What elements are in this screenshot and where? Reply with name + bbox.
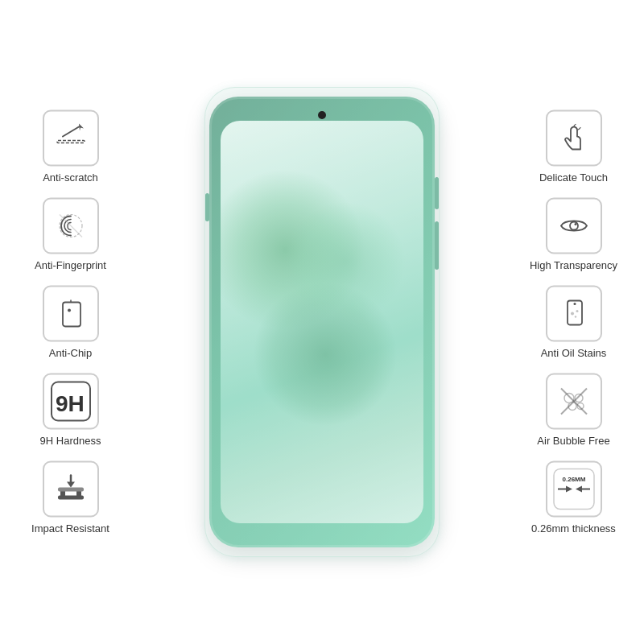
volume-button-left [205,193,209,221]
high-transparency-icon-box [546,198,602,254]
svg-line-1 [63,127,79,137]
svg-point-24 [575,394,583,402]
impact-resistant-label: Impact Resistant [31,522,109,535]
svg-rect-0 [57,141,85,143]
feature-thickness: 0.26MM 0.26mm thickness [511,461,636,535]
bubble-icon [556,384,592,419]
transparency-icon [556,208,592,244]
thickness-label: 0.26mm thickness [531,522,616,535]
anti-chip-icon-box [43,286,99,342]
chip-icon [53,296,89,332]
thickness-icon-box: 0.26MM [546,461,602,518]
svg-marker-2 [79,124,84,131]
delicate-touch-label: Delicate Touch [539,171,608,184]
9h-hardness-icon-box: 9H [43,374,99,430]
volume-button-right [435,221,439,270]
feature-anti-scratch: Anti-scratch [8,110,133,184]
impact-resistant-icon-box [43,461,99,518]
screen-art [221,121,423,523]
svg-marker-31 [566,486,572,493]
phone-screen [221,121,423,523]
anti-oil-icon-box [546,286,602,342]
left-features: Anti-scratch Anti-Fingerprint [8,110,133,535]
feature-anti-chip: Anti-Chip [8,286,133,359]
svg-marker-33 [576,486,582,493]
anti-oil-label: Anti Oil Stains [541,347,607,359]
power-button [435,177,439,209]
delicate-touch-icon-box [546,110,602,167]
svg-text:0.26MM: 0.26MM [562,476,585,483]
svg-point-22 [574,316,576,317]
anti-scratch-label: Anti-scratch [43,171,98,184]
feature-delicate-touch: Delicate Touch [511,110,636,184]
right-features: Delicate Touch High Transparency [511,110,636,535]
svg-point-19 [573,303,576,305]
oil-icon [556,296,592,332]
svg-rect-13 [58,488,84,492]
svg-text:9H: 9H [56,391,85,416]
anti-scratch-icon-box [43,110,99,167]
feature-9h-hardness: 9H 9H Hardness [8,374,133,447]
svg-point-20 [571,312,574,316]
feature-high-transparency: High Transparency [511,198,636,271]
feature-anti-oil: Anti Oil Stains [511,286,636,359]
svg-marker-15 [67,482,75,488]
feature-anti-fingerprint: Anti-Fingerprint [8,198,133,271]
thickness-icon: 0.26MM [550,465,598,514]
touch-icon [556,121,592,156]
phone-container [209,97,435,547]
svg-point-21 [576,310,578,312]
svg-point-17 [574,223,576,225]
feature-air-bubble: Air Bubble Free [511,374,636,447]
9h-hardness-label: 9H Hardness [40,435,101,447]
svg-rect-12 [76,491,81,497]
anti-fingerprint-icon-box [43,198,99,254]
svg-rect-5 [63,303,80,327]
anti-chip-label: Anti-Chip [49,347,92,359]
svg-rect-11 [60,491,65,497]
anti-fingerprint-label: Anti-Fingerprint [35,259,106,271]
svg-point-23 [564,394,574,403]
air-bubble-label: Air Bubble Free [537,435,609,447]
high-transparency-label: High Transparency [530,259,617,271]
camera-notch [318,111,326,119]
scratch-icon [53,121,89,156]
air-bubble-icon-box [546,374,602,430]
art-blob-3 [285,201,406,322]
svg-point-16 [570,222,578,230]
svg-point-6 [68,309,71,312]
9h-icon: 9H [47,378,95,426]
feature-impact-resistant: Impact Resistant [8,461,133,535]
impact-icon [53,472,89,507]
fingerprint-icon [53,208,89,244]
main-container: Anti-scratch Anti-Fingerprint [0,0,644,644]
phone-body [209,97,435,547]
